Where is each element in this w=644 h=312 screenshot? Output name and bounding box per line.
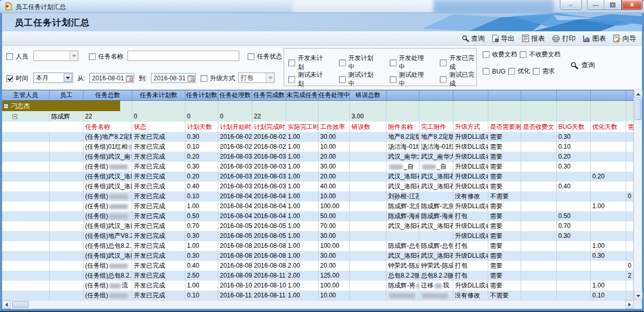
column-header-4[interactable]: 任务计划数	[185, 90, 218, 101]
cell: 1.00	[286, 251, 319, 261]
column-header-3[interactable]: 任务未计划数	[132, 90, 185, 101]
column-header-15[interactable]	[557, 90, 591, 101]
employee-summary-row[interactable]: 陈成辉22000223.00	[2, 111, 634, 122]
column-header-0[interactable]: 主管人员	[2, 90, 50, 101]
collapse-group-icon[interactable]	[4, 104, 8, 109]
horizontal-scrollbar[interactable]	[2, 300, 634, 308]
toolbar-wizard-button[interactable]: 向导	[611, 33, 639, 44]
column-header-11[interactable]	[419, 90, 453, 101]
date-to-field[interactable]: 2016-08-31	[151, 73, 196, 83]
redacted-text	[109, 164, 128, 170]
doc-option-1-checkbox[interactable]	[520, 51, 526, 58]
task-name-input[interactable]	[127, 51, 239, 61]
close-button[interactable]: ✕	[622, 0, 642, 10]
task-row[interactable]: (任务组)武汉_洛阳开发已完成0.202016-08-032016-08-031…	[2, 172, 634, 182]
cell	[50, 211, 84, 221]
scroll-down-button[interactable]	[634, 292, 642, 300]
status-option-0-3-checkbox[interactable]	[440, 59, 447, 66]
column-header-17[interactable]	[626, 90, 634, 101]
column-header-2[interactable]: 任务总数	[84, 90, 132, 101]
task-row[interactable]: (任务组)武汉_南华开发已完成0.202016-08-032016-08-031…	[2, 152, 634, 162]
status-option-1-3-checkbox[interactable]	[440, 76, 447, 83]
vertical-scroll-thumb[interactable]	[635, 99, 641, 120]
filter-query-button[interactable]: 查询	[570, 61, 595, 70]
person-checkbox[interactable]	[6, 53, 13, 60]
task-row[interactable]: (任务组)地产V8.2开发已完成0.302016-08-052016-08-05…	[2, 231, 634, 241]
cell	[350, 172, 387, 182]
toolbar-chart-button[interactable]: 图表	[580, 33, 608, 44]
task-row[interactable]: (任务组)武汉_洛阳开发已完成0.402016-08-032016-08-031…	[2, 182, 634, 191]
column-header-6[interactable]: 任务完成数	[252, 90, 286, 101]
task-name-checkbox[interactable]	[89, 53, 96, 60]
cell: 陈成辉-总包	[387, 241, 419, 251]
task-row[interactable]: (任务组)开发已完成0.402016-08-082016-08-082.0020…	[2, 261, 634, 271]
column-header-5[interactable]: 任务处理数	[218, 90, 252, 101]
task-row[interactable]: (任务组)武汉_洛阳开发已完成0.702016-08-052016-08-051…	[2, 221, 634, 231]
collapse-employee-icon[interactable]	[13, 114, 17, 119]
cell	[2, 142, 50, 152]
task-row[interactable]: (任务组)开发已完成1.002016-08-042016-08-041.0010…	[2, 201, 634, 211]
time-checkbox[interactable]	[6, 75, 13, 82]
status-option-0-1-checkbox[interactable]	[339, 59, 346, 66]
cell: 30.00	[319, 132, 350, 142]
column-header-9[interactable]: 错误总数	[350, 90, 387, 101]
scroll-up-button[interactable]	[634, 90, 642, 98]
minimize-button[interactable]: —	[587, 0, 604, 10]
status-option-0-0-checkbox[interactable]	[288, 59, 295, 66]
status-option-1-1-checkbox[interactable]	[339, 76, 346, 83]
upgrade-mode-checkbox[interactable]	[201, 75, 207, 82]
type-option-0-checkbox[interactable]	[483, 68, 489, 75]
horizontal-scroll-thumb[interactable]	[12, 301, 29, 308]
cell	[2, 241, 50, 251]
type-option-1-checkbox[interactable]	[508, 68, 515, 75]
column-header-1[interactable]: 员工	[50, 90, 84, 101]
task-row[interactable]: (任务组)开发已完成0.302016-08-032016-08-031.0030…	[2, 162, 634, 172]
task-row[interactable]: (任务组)01红相开发已完成0.102016-08-022016-08-021.…	[2, 142, 634, 152]
group-row[interactable]: 刁志杰	[2, 101, 634, 111]
toolbar-report-button[interactable]: 报表	[519, 33, 547, 44]
task-row[interactable]: (任务组)武汉_洛阳开发已完成0.302016-08-082016-08-081…	[2, 251, 634, 261]
task-row[interactable]: (任务组)总包8.2.开发已完成2.502016-08-092016-08-11…	[2, 271, 634, 281]
cell: 需要	[488, 281, 521, 291]
vertical-scrollbar[interactable]	[634, 90, 642, 300]
toolbar-query-button[interactable]: 查询	[459, 33, 487, 44]
scroll-left-button[interactable]	[2, 301, 10, 309]
status-option-1-0-checkbox[interactable]	[288, 76, 295, 83]
column-header-10[interactable]	[387, 90, 419, 101]
upgrade-mode-select[interactable]: 打包	[238, 73, 275, 83]
doc-option-0-checkbox[interactable]	[483, 51, 489, 58]
redacted-text	[422, 164, 436, 170]
detail-column-header-13: BUG天数	[557, 122, 591, 132]
person-select[interactable]	[33, 51, 78, 61]
column-header-13[interactable]	[488, 90, 521, 101]
task-row[interactable]: (任务组)流开发已完成1.002016-08-102016-08-101.001…	[2, 281, 634, 291]
toolbar-export-button[interactable]: 导出	[489, 33, 517, 44]
maximize-button[interactable]	[604, 0, 622, 10]
task-status-checkbox[interactable]	[248, 53, 254, 60]
task-row[interactable]: (任务组)开发已完成0.502016-08-042016-08-041.0050…	[2, 211, 634, 221]
column-header-14[interactable]	[521, 90, 557, 101]
scroll-right-button[interactable]	[625, 301, 634, 309]
task-row[interactable]: (任务组)总包8.2.开发已完成1.002016-08-082016-08-08…	[2, 241, 634, 251]
resize-button[interactable]: ⇔	[560, 0, 582, 10]
cell: 1.00	[286, 291, 319, 301]
column-header-8[interactable]: 任务处理中	[319, 90, 350, 101]
cell	[626, 162, 634, 172]
status-option-0-2-checkbox[interactable]	[390, 59, 396, 66]
task-row[interactable]: (任务组)开发已完成0.102016-08-112016-08-111.0010…	[2, 291, 634, 301]
date-from-field[interactable]: 2016-08-01	[89, 73, 134, 83]
status-option-1-2-checkbox[interactable]	[390, 76, 396, 83]
time-period-select[interactable]: 本月	[33, 73, 73, 83]
cell: 1.00	[185, 201, 218, 211]
task-row[interactable]: (任务组)开发已完成0.102016-08-042016-08-041.0010…	[2, 191, 634, 201]
group-cell[interactable]: 刁志杰	[2, 101, 120, 111]
column-header-16[interactable]	[591, 90, 626, 101]
column-header-7[interactable]: 未完成任务	[286, 90, 319, 101]
task-row[interactable]: (任务)地产8.2定版开发已完成0.302016-08-022016-08-02…	[2, 132, 634, 142]
doc-options-row: 收费文档不收费文档	[483, 50, 560, 59]
search-icon	[570, 62, 578, 69]
type-option-2-checkbox[interactable]	[533, 68, 540, 75]
column-header-12[interactable]	[453, 90, 488, 101]
aero-glass-reflection	[292, 0, 434, 13]
toolbar-print-button[interactable]: 打印	[549, 33, 578, 44]
